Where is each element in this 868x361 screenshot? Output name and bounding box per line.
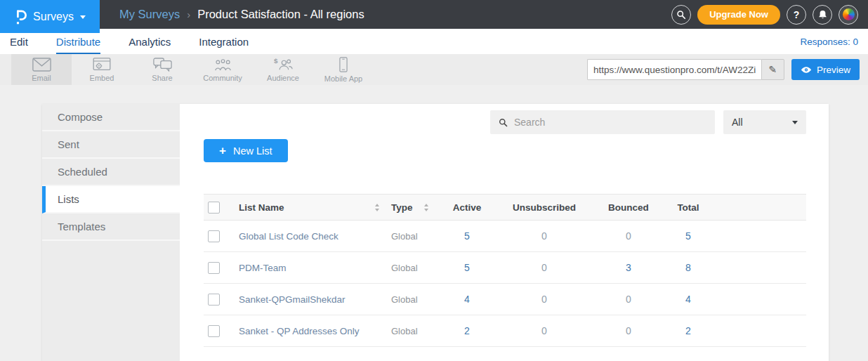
responses-count: Responses: 0 <box>800 37 858 47</box>
channel-mobile-app[interactable]: Mobile App <box>313 54 374 85</box>
total-count-link[interactable]: 5 <box>685 230 691 242</box>
channel-label: Email <box>32 74 51 82</box>
unsubscribed-count-link[interactable]: 0 <box>541 294 547 305</box>
product-switcher[interactable]: Surveys <box>0 0 100 33</box>
list-type: Global <box>386 294 442 305</box>
list-name-link[interactable]: PDM-Team <box>239 263 287 273</box>
list-name-link[interactable]: Sanket-QPGmailShekdar <box>239 294 346 305</box>
channel-audience[interactable]: $ Audience <box>253 54 313 85</box>
channel-list: Email Embed Share Community $ Audience <box>11 54 374 85</box>
preview-label: Preview <box>817 65 850 75</box>
question-mark-icon: ? <box>794 9 800 20</box>
channel-label: Community <box>203 74 242 82</box>
channel-label: Audience <box>267 74 299 82</box>
sidebar-item-lists[interactable]: Lists <box>42 186 180 214</box>
table-header: List Name Type Active Unsubscribed Bounc… <box>204 194 806 221</box>
mobile-app-icon <box>339 57 348 72</box>
survey-url-input[interactable] <box>587 59 761 80</box>
table-row: Sanket - QP Addresses Only Global 2 0 0 … <box>204 315 806 347</box>
tab-integration[interactable]: Integration <box>199 29 249 54</box>
sidebar-item-compose[interactable]: Compose <box>42 104 180 131</box>
total-count-link[interactable]: 8 <box>685 262 691 273</box>
active-count-link[interactable]: 2 <box>464 325 470 336</box>
email-panel: Compose Sent Scheduled Lists Templates A… <box>42 104 829 361</box>
channel-email[interactable]: Email <box>11 54 72 85</box>
table-row: Sanket-QPGmailShekdar Global 4 0 0 4 <box>204 284 806 315</box>
channel-embed[interactable]: Embed <box>72 54 132 85</box>
breadcrumb: My Surveys › Product Satisfaction - All … <box>119 8 364 21</box>
sort-type-icon[interactable] <box>424 204 428 211</box>
sidebar-item-scheduled[interactable]: Scheduled <box>42 159 180 186</box>
profile-logo-icon <box>843 8 855 20</box>
search-button[interactable] <box>671 5 691 25</box>
upgrade-now-button[interactable]: Upgrade Now <box>697 5 780 25</box>
sidebar-item-templates[interactable]: Templates <box>42 214 180 241</box>
active-count-link[interactable]: 4 <box>464 294 470 305</box>
total-count-link[interactable]: 2 <box>685 325 691 336</box>
search-icon <box>676 10 686 20</box>
column-bounced: Bounced <box>597 202 660 213</box>
bell-icon <box>818 10 827 20</box>
bounced-count-link[interactable]: 0 <box>626 294 631 305</box>
header-actions: Upgrade Now ? <box>671 5 868 25</box>
plus-icon: + <box>219 144 226 158</box>
survey-nav: Edit Distribute Analytics Integration Re… <box>0 29 868 54</box>
svg-text:$: $ <box>274 58 278 65</box>
list-type: Global <box>386 263 442 273</box>
channel-label: Share <box>152 74 172 82</box>
sort-list-name-icon[interactable] <box>375 204 379 211</box>
audience-icon: $ <box>274 58 293 72</box>
product-switcher-label: Surveys <box>33 11 74 23</box>
unsubscribed-count-link[interactable]: 0 <box>541 262 547 273</box>
bounced-count-link[interactable]: 3 <box>626 262 631 273</box>
column-active: Active <box>442 202 492 213</box>
list-filter-value: All <box>732 117 743 128</box>
help-button[interactable]: ? <box>787 5 806 25</box>
column-list-name: List Name <box>239 202 284 213</box>
bounced-count-link[interactable]: 0 <box>626 325 631 336</box>
top-header: Surveys My Surveys › Product Satisfactio… <box>0 0 868 29</box>
column-unsubscribed: Unsubscribed <box>492 202 597 213</box>
table-body: Global List Code Check Global 5 0 0 5 PD… <box>204 221 806 347</box>
table-row: PDM-Team Global 5 0 3 8 <box>204 252 806 284</box>
column-type: Type <box>391 202 413 213</box>
pencil-icon: ✎ <box>769 64 777 75</box>
row-checkbox[interactable] <box>208 262 220 274</box>
search-input[interactable] <box>514 117 706 128</box>
survey-url-zone: ✎ Preview <box>587 59 868 80</box>
channel-community[interactable]: Community <box>192 54 253 85</box>
list-filter-dropdown[interactable]: All <box>723 110 806 134</box>
active-count-link[interactable]: 5 <box>464 230 470 242</box>
page-content: Compose Sent Scheduled Lists Templates A… <box>0 85 868 361</box>
list-name-link[interactable]: Sanket - QP Addresses Only <box>239 326 360 336</box>
preview-button[interactable]: Preview <box>791 59 860 80</box>
embed-icon <box>93 58 111 72</box>
bounced-count-link[interactable]: 0 <box>626 230 631 242</box>
edit-url-button[interactable]: ✎ <box>761 59 784 80</box>
channel-label: Embed <box>90 74 114 82</box>
tab-analytics[interactable]: Analytics <box>129 29 171 54</box>
breadcrumb-my-surveys-link[interactable]: My Surveys <box>119 8 180 21</box>
avatar[interactable] <box>839 5 858 25</box>
unsubscribed-count-link[interactable]: 0 <box>541 230 547 242</box>
questionpro-logo-icon <box>14 8 27 25</box>
survey-title: Product Satisfaction - All regions <box>197 8 364 21</box>
notifications-button[interactable] <box>813 5 832 25</box>
list-name-link[interactable]: Global List Code Check <box>239 231 338 242</box>
chevron-down-icon <box>80 15 86 19</box>
sidebar-item-sent[interactable]: Sent <box>42 131 180 159</box>
lists-main: All + New List List Name Type <box>180 104 829 361</box>
filter-row: All <box>204 110 806 134</box>
total-count-link[interactable]: 4 <box>685 294 691 305</box>
active-count-link[interactable]: 5 <box>464 262 470 273</box>
select-all-checkbox[interactable] <box>208 202 220 214</box>
channel-share[interactable]: Share <box>132 54 192 85</box>
row-checkbox[interactable] <box>208 325 220 337</box>
row-checkbox[interactable] <box>208 230 220 242</box>
new-list-button[interactable]: + New List <box>204 139 288 162</box>
row-checkbox[interactable] <box>208 294 220 306</box>
share-icon <box>153 58 172 72</box>
search-icon <box>499 118 508 127</box>
unsubscribed-count-link[interactable]: 0 <box>541 325 547 336</box>
column-total: Total <box>660 202 716 213</box>
